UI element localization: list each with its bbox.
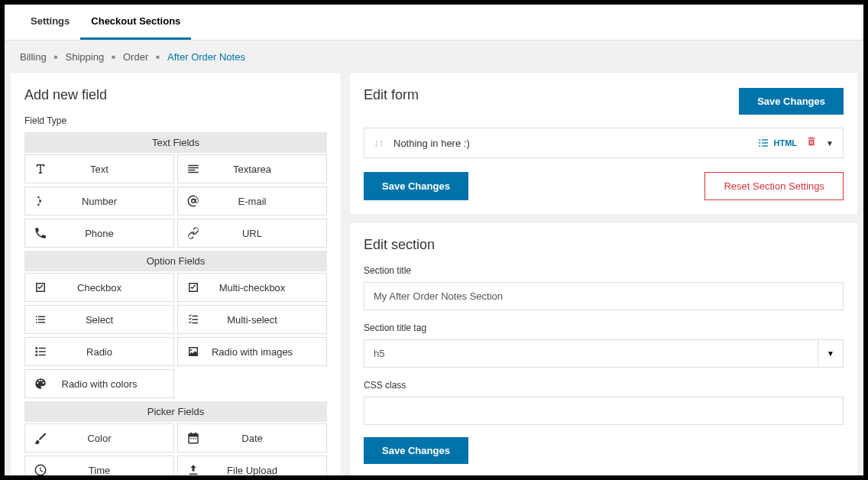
section-subnav: Billing ■ Shipping ■ Order ■ After Order… xyxy=(5,41,863,73)
field-label: Number xyxy=(56,196,173,207)
field-select-button[interactable]: Select xyxy=(24,305,174,334)
field-label: Multi-checkbox xyxy=(209,282,326,294)
group-option-fields: Option Fields xyxy=(24,251,327,271)
field-label: Color xyxy=(56,433,173,444)
svg-point-2 xyxy=(35,354,37,356)
add-field-panel: Add new field Field Type Text Fields Tex… xyxy=(11,73,341,475)
subnav-billing[interactable]: Billing xyxy=(20,51,47,63)
svg-point-0 xyxy=(35,347,37,349)
palette-icon xyxy=(25,377,56,391)
item-type-chip: HTML xyxy=(757,137,798,149)
group-picker-fields: Picker Fields xyxy=(24,401,327,422)
svg-point-5 xyxy=(759,145,760,147)
field-color-button[interactable]: Color xyxy=(24,423,174,452)
field-label: Text xyxy=(56,164,173,175)
upload-icon xyxy=(178,463,209,475)
edit-form-panel: Edit form Save Changes ↓↑ Nothing in her… xyxy=(350,73,857,214)
tab-settings[interactable]: Settings xyxy=(20,5,80,40)
edit-section-heading: Edit section xyxy=(364,237,844,253)
subnav-order[interactable]: Order xyxy=(123,51,148,63)
list-icon xyxy=(757,137,769,149)
field-text-button[interactable]: Text xyxy=(24,154,174,183)
field-label: Textarea xyxy=(209,164,326,175)
section-title-label: Section title xyxy=(364,265,844,276)
field-fileupload-button[interactable]: File Upload xyxy=(177,456,327,475)
svg-point-3 xyxy=(759,139,760,141)
field-multiselect-button[interactable]: Multi-select xyxy=(177,305,327,334)
edit-form-heading: Edit form xyxy=(364,87,419,103)
multicheckbox-icon xyxy=(178,281,209,294)
field-label: Date xyxy=(209,433,326,444)
field-checkbox-button[interactable]: Checkbox xyxy=(24,273,174,302)
separator-icon: ■ xyxy=(112,54,115,60)
main-tabs: Settings Checkout Sections xyxy=(5,5,863,41)
form-item-title: Nothing in here :) xyxy=(394,138,748,149)
field-label: E-mail xyxy=(209,196,326,207)
save-changes-top-button[interactable]: Save Changes xyxy=(739,88,844,115)
textarea-icon xyxy=(178,162,209,176)
field-radio-button[interactable]: Radio xyxy=(24,337,174,366)
field-url-button[interactable]: URL xyxy=(177,219,327,248)
field-label: File Upload xyxy=(209,465,326,476)
field-radioimages-button[interactable]: Radio with images xyxy=(177,337,327,366)
css-class-input[interactable] xyxy=(364,397,844,425)
image-icon xyxy=(178,345,209,358)
field-radiocolors-button[interactable]: Radio with colors xyxy=(24,369,174,398)
field-label: Radio with colors xyxy=(56,378,173,390)
field-label: URL xyxy=(209,228,326,239)
field-textarea-button[interactable]: Textarea xyxy=(177,154,327,183)
field-label: Checkbox xyxy=(56,282,173,294)
checkbox-icon xyxy=(25,281,56,294)
separator-icon: ■ xyxy=(54,54,58,60)
field-label: Radio xyxy=(56,346,173,358)
field-email-button[interactable]: E-mail xyxy=(177,186,327,216)
reset-section-button[interactable]: Reset Section Settings xyxy=(704,172,844,200)
svg-point-1 xyxy=(35,351,37,353)
field-number-button[interactable]: Number xyxy=(24,186,174,216)
css-class-label: CSS class xyxy=(364,380,844,391)
field-label: Multi-select xyxy=(209,314,326,326)
add-field-heading: Add new field xyxy=(24,87,327,103)
calendar-icon xyxy=(178,431,209,445)
subnav-shipping[interactable]: Shipping xyxy=(66,51,105,63)
section-tag-label: Section title tag xyxy=(364,323,844,333)
field-time-button[interactable]: Time xyxy=(24,456,174,475)
trash-icon xyxy=(806,136,817,147)
field-label: Phone xyxy=(56,228,173,239)
field-date-button[interactable]: Date xyxy=(177,423,327,452)
chevron-down-icon[interactable]: ▼ xyxy=(818,339,844,368)
save-section-button[interactable]: Save Changes xyxy=(364,437,468,464)
field-phone-button[interactable]: Phone xyxy=(24,219,174,248)
section-title-input[interactable] xyxy=(364,282,844,310)
group-text-fields: Text Fields xyxy=(24,132,327,153)
delete-item-button[interactable] xyxy=(806,136,817,150)
number-icon xyxy=(25,194,56,208)
form-item-row[interactable]: ↓↑ Nothing in here :) HTML ▼ xyxy=(364,128,844,158)
item-type-label: HTML xyxy=(774,138,798,148)
select-icon xyxy=(25,313,56,326)
email-icon xyxy=(178,194,209,208)
field-label: Time xyxy=(56,465,173,476)
separator-icon: ■ xyxy=(156,54,160,60)
field-type-label: Field Type xyxy=(24,115,327,126)
save-changes-button[interactable]: Save Changes xyxy=(364,172,468,200)
text-icon xyxy=(25,162,56,176)
expand-item-button[interactable]: ▼ xyxy=(826,139,834,148)
tab-checkout-sections[interactable]: Checkout Sections xyxy=(80,5,191,40)
edit-section-panel: Edit section Section title Section title… xyxy=(350,223,857,475)
field-label: Radio with images xyxy=(209,346,326,358)
field-label: Select xyxy=(56,314,173,326)
url-icon xyxy=(178,226,209,240)
drag-handle-icon[interactable]: ↓↑ xyxy=(374,137,384,149)
subnav-after-order-notes[interactable]: After Order Notes xyxy=(167,51,245,63)
multiselect-icon xyxy=(178,313,209,326)
brush-icon xyxy=(25,431,56,445)
section-tag-select[interactable] xyxy=(364,339,818,368)
radio-icon xyxy=(25,345,56,358)
field-multicheckbox-button[interactable]: Multi-checkbox xyxy=(177,273,327,302)
phone-icon xyxy=(25,226,56,240)
clock-icon xyxy=(25,463,56,475)
app-frame: Settings Checkout Sections Billing ■ Shi… xyxy=(5,5,863,475)
svg-point-4 xyxy=(759,142,760,144)
